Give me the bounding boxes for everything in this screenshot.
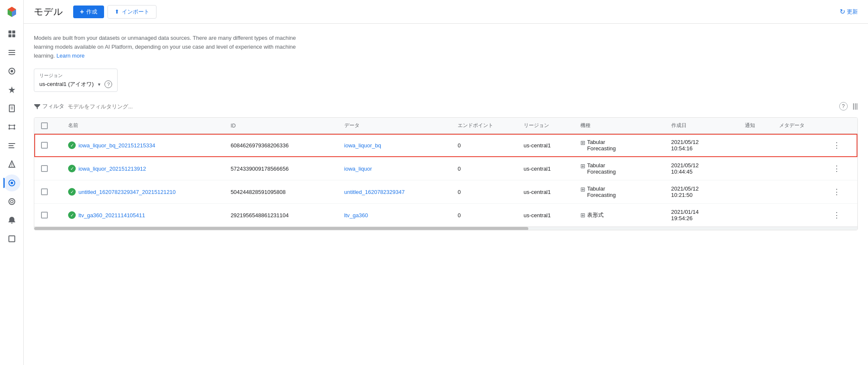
col-header-endpoint[interactable]: エンドポイント <box>451 118 517 134</box>
svg-rect-29 <box>9 236 15 242</box>
region-dropdown-arrow[interactable]: ▼ <box>97 82 102 87</box>
more-options-button[interactable]: ⋮ <box>831 185 842 198</box>
row-checkbox[interactable] <box>34 157 61 180</box>
row-actions[interactable]: ⋮ <box>824 157 857 180</box>
sidebar-item-experiments[interactable] <box>3 156 20 173</box>
create-button[interactable]: + 作成 <box>73 6 104 18</box>
main-content: モデル + 作成 ⬆ インポート ↻ 更新 Models are built f… <box>24 0 868 365</box>
row-metadata <box>772 134 824 157</box>
col-header-data[interactable]: データ <box>338 118 451 134</box>
row-region: us-central1 <box>517 157 574 180</box>
svg-rect-9 <box>9 105 14 112</box>
sidebar-item-training[interactable] <box>3 137 20 154</box>
row-actions[interactable]: ⋮ <box>824 204 857 227</box>
more-options-button[interactable]: ⋮ <box>831 209 842 221</box>
svg-point-27 <box>9 199 15 205</box>
svg-point-26 <box>11 182 13 184</box>
svg-point-24 <box>11 166 12 166</box>
row-endpoint: 0 <box>451 204 517 227</box>
data-link[interactable]: untitled_1620782329347 <box>344 189 405 195</box>
row-metadata <box>772 157 824 180</box>
svg-rect-5 <box>8 52 15 53</box>
sidebar-item-annotation[interactable] <box>3 81 20 98</box>
columns-icon[interactable]: ||| <box>853 102 858 110</box>
col-header-region[interactable]: リージョン <box>517 118 574 134</box>
row-checkbox[interactable] <box>34 180 61 204</box>
model-name-link[interactable]: untitled_1620782329347_20215121210 <box>78 189 176 195</box>
model-name-link[interactable]: iowa_liquor_bq_202151215334 <box>78 142 155 149</box>
learn-more-link[interactable]: Learn more <box>57 53 85 59</box>
col-header-type[interactable]: 機種 <box>574 118 665 134</box>
col-header-created[interactable]: 作成日 <box>665 118 738 134</box>
scrollbar-thumb[interactable] <box>34 227 528 230</box>
sidebar-item-featurestore[interactable] <box>3 63 20 80</box>
sidebar-item-notifications[interactable] <box>3 212 20 229</box>
row-actions[interactable]: ⋮ <box>824 180 857 204</box>
svg-point-28 <box>11 200 13 203</box>
row-metadata <box>772 204 824 227</box>
app-logo[interactable] <box>3 3 20 20</box>
row-created: 2021/05/1210:21:50 <box>665 180 738 204</box>
table-row: ✓ iowa_liquor_bq_202151215334 6084626979… <box>34 134 857 157</box>
row-created: 2021/05/1210:54:16 <box>665 134 738 157</box>
sidebar-item-endpoints[interactable] <box>3 193 20 210</box>
row-name: ✓ untitled_1620782329347_20215121210 <box>61 180 224 204</box>
row-name: ✓ ltv_ga360_2021114105411 <box>61 204 224 227</box>
table-row: ✓ ltv_ga360_2021114105411 29219565488612… <box>34 204 857 227</box>
svg-rect-2 <box>8 34 11 37</box>
region-help-icon[interactable]: ? <box>104 80 112 88</box>
svg-rect-20 <box>8 143 15 144</box>
model-name-link[interactable]: ltv_ga360_2021114105411 <box>78 212 145 218</box>
row-id: 5724339009178566656 <box>224 157 337 180</box>
status-icon: ✓ <box>68 141 76 149</box>
svg-point-14 <box>8 128 10 130</box>
more-options-button[interactable]: ⋮ <box>831 139 842 152</box>
row-metadata <box>772 180 824 204</box>
svg-point-15 <box>14 128 15 130</box>
status-icon: ✓ <box>68 211 76 219</box>
page-title: モデル <box>34 6 63 18</box>
data-link[interactable]: iowa_liquor_bq <box>344 142 381 149</box>
refresh-label: 更新 <box>847 8 858 16</box>
model-name-link[interactable]: iowa_liquor_202151213912 <box>78 166 146 172</box>
table-body: ✓ iowa_liquor_bq_202151215334 6084626979… <box>34 134 857 227</box>
row-notify <box>738 157 772 180</box>
filter-button[interactable]: フィルタ <box>34 102 64 110</box>
row-id: 6084626979368206336 <box>224 134 337 157</box>
create-label: 作成 <box>86 8 97 16</box>
row-id: 504244828591095808 <box>224 180 337 204</box>
sidebar-item-dashboard[interactable] <box>3 25 20 42</box>
col-header-metadata[interactable]: メタデータ <box>772 118 824 134</box>
region-selector: リージョン us-central1 (アイオワ) ▼ ? <box>34 69 118 92</box>
row-checkbox[interactable] <box>34 204 61 227</box>
row-id: 2921956548861231104 <box>224 204 337 227</box>
row-type: ⊞ TabularForecasting <box>574 180 665 204</box>
row-data: ltv_ga360 <box>338 204 451 227</box>
svg-rect-6 <box>8 54 15 55</box>
row-data: iowa_liquor <box>338 157 451 180</box>
sidebar-item-batch[interactable] <box>3 230 20 247</box>
col-header-id[interactable]: ID <box>224 118 337 134</box>
svg-point-12 <box>8 124 10 126</box>
data-link[interactable]: ltv_ga360 <box>344 212 368 218</box>
horizontal-scrollbar[interactable] <box>34 227 857 230</box>
row-actions[interactable]: ⋮ <box>824 134 857 157</box>
svg-rect-1 <box>12 30 15 33</box>
help-icon[interactable]: ? <box>839 102 848 111</box>
svg-rect-0 <box>8 30 11 33</box>
filter-input[interactable] <box>68 103 836 110</box>
refresh-button[interactable]: ↻ 更新 <box>840 8 858 16</box>
col-header-name[interactable]: 名前 <box>61 118 224 134</box>
col-header-notify[interactable]: 通知 <box>738 118 772 134</box>
sidebar-item-notebook[interactable] <box>3 100 20 117</box>
table-header: 名前 ID データ エンドポイント リージョン 機種 作成日 通知 メタデータ <box>34 118 857 134</box>
region-label: リージョン <box>39 72 112 79</box>
sidebar-item-pipeline[interactable] <box>3 119 20 135</box>
import-button[interactable]: ⬆ インポート <box>107 5 157 19</box>
sidebar-item-dataset[interactable] <box>3 44 20 61</box>
more-options-button[interactable]: ⋮ <box>831 162 842 175</box>
row-endpoint: 0 <box>451 134 517 157</box>
data-link[interactable]: iowa_liquor <box>344 166 372 172</box>
row-checkbox[interactable] <box>34 134 61 157</box>
sidebar-item-models[interactable] <box>3 174 20 191</box>
